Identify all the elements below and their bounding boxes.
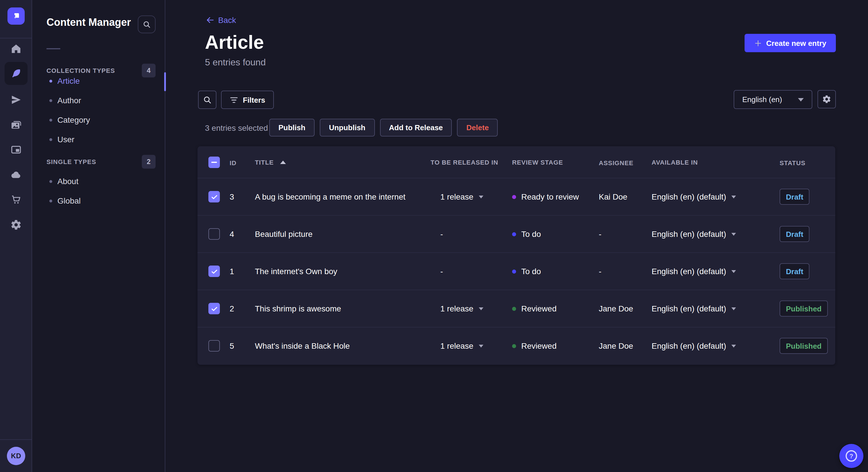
- available-in-value: English (en) (default): [652, 229, 726, 239]
- locale-select[interactable]: English (en): [734, 90, 812, 109]
- search-button[interactable]: [198, 91, 216, 109]
- nav-media-library[interactable]: [5, 114, 28, 137]
- cell-available-in[interactable]: English (en) (default): [652, 304, 780, 313]
- cell-review-stage: To do: [512, 267, 599, 276]
- cell-released-in[interactable]: 1 release: [431, 341, 512, 350]
- released-in-value: 1 release: [440, 341, 473, 350]
- cell-released-in[interactable]: 1 release: [431, 192, 512, 201]
- sidebar-content-type-item[interactable]: Article: [33, 71, 165, 91]
- sidebar-item-label: User: [57, 135, 74, 144]
- header-released[interactable]: TO BE RELEASED IN: [431, 159, 498, 165]
- cell-title: The internet's Own boy: [255, 267, 431, 276]
- cell-available-in[interactable]: English (en) (default): [652, 229, 780, 239]
- cell-id: 4: [229, 229, 255, 239]
- publish-button[interactable]: Publish: [269, 119, 315, 136]
- filter-icon: [229, 96, 238, 103]
- cell-id: 3: [229, 192, 255, 201]
- sidebar-content-type-item[interactable]: About: [33, 171, 165, 191]
- view-settings-button[interactable]: [817, 90, 836, 108]
- status-badge: Draft: [780, 189, 810, 205]
- cell-title: What's inside a Black Hole: [255, 341, 431, 350]
- cell-released-in[interactable]: 1 release: [431, 304, 512, 313]
- cell-title: Beautiful picture: [255, 229, 431, 239]
- layout-icon: [10, 144, 22, 156]
- stage-dot-icon: [512, 307, 516, 310]
- filters-button[interactable]: Filters: [221, 91, 274, 109]
- main-content: Back Article 5 entries found Create new …: [166, 0, 868, 472]
- sidebar-content-type-item[interactable]: Category: [33, 110, 165, 130]
- cell-available-in[interactable]: English (en) (default): [652, 341, 780, 350]
- cell-id: 2: [229, 304, 255, 313]
- chevron-down-icon: [478, 195, 483, 198]
- cell-review-stage: Reviewed: [512, 341, 599, 350]
- add-to-release-button[interactable]: Add to Release: [380, 119, 452, 136]
- status-badge: Published: [780, 338, 828, 354]
- row-checkbox[interactable]: [208, 266, 220, 277]
- sort-asc-icon[interactable]: [280, 160, 286, 164]
- nav-marketplace[interactable]: [5, 188, 28, 211]
- nav-settings[interactable]: [5, 213, 28, 236]
- sidebar-item-label: Article: [57, 76, 80, 86]
- review-stage-value: Reviewed: [521, 341, 557, 350]
- subnav-search-button[interactable]: [138, 15, 156, 33]
- cell-available-in[interactable]: English (en) (default): [652, 192, 780, 201]
- back-link[interactable]: Back: [205, 15, 236, 25]
- strapi-logo[interactable]: [7, 7, 25, 25]
- header-id[interactable]: ID: [229, 159, 237, 166]
- stage-dot-icon: [512, 232, 516, 236]
- stage-dot-icon: [512, 195, 516, 199]
- nav-releases[interactable]: [5, 88, 28, 111]
- table-row[interactable]: 5 What's inside a Black Hole 1 release R…: [197, 327, 835, 364]
- nav-deploy-cloud[interactable]: [5, 164, 28, 187]
- sidebar-content-type-item[interactable]: Global: [33, 191, 165, 210]
- gear-icon: [10, 219, 22, 231]
- review-stage-value: To do: [521, 267, 541, 276]
- create-new-entry-button[interactable]: Create new entry: [745, 34, 836, 52]
- table-header-row: ID TITLE TO BE RELEASED IN REVIEW STAGE …: [197, 146, 835, 178]
- header-review-stage[interactable]: REVIEW STAGE: [512, 159, 563, 165]
- status-badge: Draft: [780, 226, 810, 242]
- select-all-checkbox[interactable]: [208, 156, 220, 168]
- strapi-mark-icon: [11, 11, 21, 21]
- cell-available-in[interactable]: English (en) (default): [652, 267, 780, 276]
- single-types-list: About Global: [33, 171, 165, 210]
- header-assignee[interactable]: ASSIGNEE: [599, 159, 633, 166]
- nav-content-type-builder[interactable]: [5, 138, 28, 161]
- row-checkbox[interactable]: [208, 228, 220, 240]
- question-mark-icon: ?: [846, 450, 857, 462]
- filters-label: Filters: [243, 96, 265, 104]
- create-new-entry-label: Create new entry: [766, 39, 826, 47]
- chevron-down-icon: [478, 344, 483, 347]
- delete-button[interactable]: Delete: [457, 119, 498, 136]
- nav-content-manager[interactable]: [5, 62, 28, 85]
- bullet-icon: [50, 138, 52, 141]
- table-row[interactable]: 1 The internet's Own boy - To do - Engli…: [197, 252, 835, 290]
- table-row[interactable]: 3 A bug is becoming a meme on the intern…: [197, 178, 835, 215]
- review-stage-value: To do: [521, 229, 541, 239]
- entries-table: ID TITLE TO BE RELEASED IN REVIEW STAGE …: [197, 146, 835, 365]
- header-title[interactable]: TITLE: [255, 159, 274, 165]
- user-avatar[interactable]: KD: [7, 447, 25, 465]
- sidebar-content-type-item[interactable]: Author: [33, 91, 165, 110]
- feather-icon: [10, 68, 22, 79]
- table-row[interactable]: 4 Beautiful picture - To do - English (e…: [197, 215, 835, 252]
- home-icon: [10, 43, 22, 55]
- bullet-icon: [50, 199, 52, 202]
- row-checkbox[interactable]: [208, 303, 220, 314]
- cloud-icon: [10, 169, 22, 181]
- cell-review-stage: To do: [512, 229, 599, 239]
- row-checkbox[interactable]: [208, 191, 220, 202]
- cell-released-in[interactable]: -: [431, 229, 512, 239]
- sidebar-content-type-item[interactable]: User: [33, 130, 165, 149]
- cell-id: 5: [229, 341, 255, 350]
- cell-released-in[interactable]: -: [431, 267, 512, 276]
- header-status[interactable]: STATUS: [780, 159, 805, 166]
- header-available-in[interactable]: AVAILABLE IN: [652, 159, 698, 165]
- nav-home[interactable]: [5, 37, 28, 60]
- available-in-value: English (en) (default): [652, 304, 726, 313]
- help-button[interactable]: ?: [839, 444, 863, 468]
- table-row[interactable]: 2 This shrimp is awesome 1 release Revie…: [197, 290, 835, 327]
- row-checkbox[interactable]: [208, 340, 220, 351]
- chevron-down-icon: [478, 307, 483, 310]
- unpublish-button[interactable]: Unpublish: [320, 119, 375, 136]
